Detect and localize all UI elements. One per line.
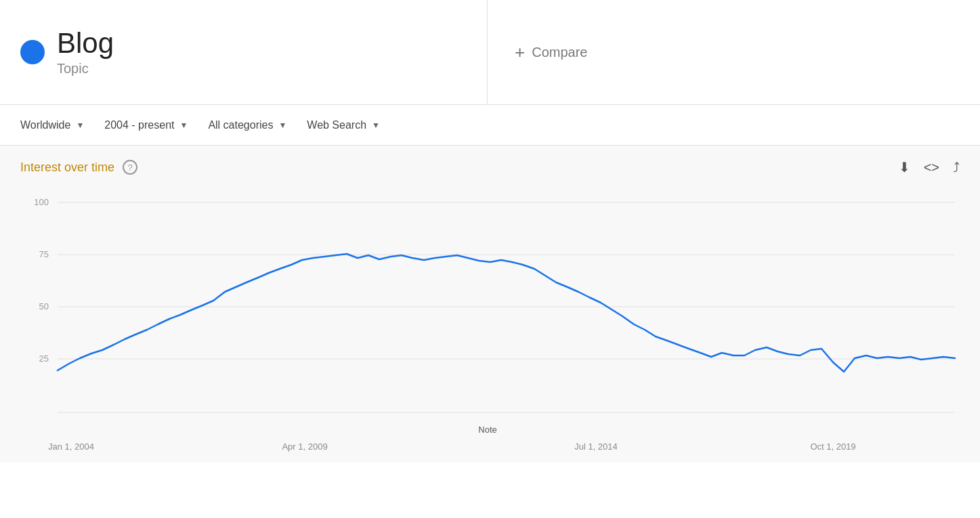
trend-chart: 100 75 50 25 Note Jan 1, 2004 Apr 1, 200… <box>20 182 960 453</box>
download-icon[interactable]: ⬇ <box>899 159 910 175</box>
category-filter[interactable]: All categories ▼ <box>208 119 286 131</box>
svg-text:75: 75 <box>39 249 49 259</box>
region-chevron: ▼ <box>76 121 84 130</box>
svg-text:25: 25 <box>39 353 49 364</box>
chart-wrapper: 100 75 50 25 Note Jan 1, 2004 Apr 1, 200… <box>20 182 960 456</box>
compare-plus-icon: + <box>515 42 525 63</box>
chart-section: Interest over time ? ⬇ <> ⤴ 100 75 <box>0 146 980 462</box>
search-type-label: Web Search <box>307 119 366 131</box>
svg-text:50: 50 <box>39 301 49 311</box>
term-text: Blog Topic <box>57 28 114 76</box>
period-chevron: ▼ <box>179 121 188 130</box>
help-text: ? <box>127 163 132 173</box>
chart-header: Interest over time ? ⬇ <> ⤴ <box>20 159 960 175</box>
trend-line <box>58 254 955 372</box>
compare-button[interactable]: + Compare <box>515 42 587 63</box>
help-icon[interactable]: ? <box>123 160 137 175</box>
svg-text:Jul 1, 2014: Jul 1, 2014 <box>574 441 618 452</box>
period-label: 2004 - present <box>104 119 174 131</box>
compare-section: + Compare <box>488 42 980 63</box>
chart-title-row: Interest over time ? <box>20 160 137 175</box>
region-label: Worldwide <box>20 119 70 131</box>
category-chevron: ▼ <box>278 121 286 130</box>
term-main: Blog <box>57 28 114 59</box>
chart-actions: ⬇ <> ⤴ <box>899 159 960 175</box>
category-label: All categories <box>208 119 273 131</box>
svg-text:Apr 1, 2009: Apr 1, 2009 <box>282 441 327 452</box>
svg-text:Jan 1, 2004: Jan 1, 2004 <box>48 441 94 452</box>
search-type-chevron: ▼ <box>372 121 380 130</box>
search-type-filter[interactable]: Web Search ▼ <box>307 119 380 131</box>
svg-text:100: 100 <box>34 197 49 207</box>
header: Blog Topic + Compare <box>0 0 980 105</box>
svg-text:Oct 1, 2019: Oct 1, 2019 <box>810 441 855 452</box>
term-sub: Topic <box>57 61 114 77</box>
chart-title: Interest over time <box>20 160 114 175</box>
svg-text:Note: Note <box>478 425 496 435</box>
embed-icon[interactable]: <> <box>924 160 939 175</box>
share-icon[interactable]: ⤴ <box>953 160 960 175</box>
region-filter[interactable]: Worldwide ▼ <box>20 119 84 131</box>
filters-bar: Worldwide ▼ 2004 - present ▼ All categor… <box>0 105 980 146</box>
search-term-section: Blog Topic <box>0 0 488 104</box>
period-filter[interactable]: 2004 - present ▼ <box>104 119 188 131</box>
compare-label: Compare <box>532 45 587 60</box>
term-dot <box>20 40 45 64</box>
